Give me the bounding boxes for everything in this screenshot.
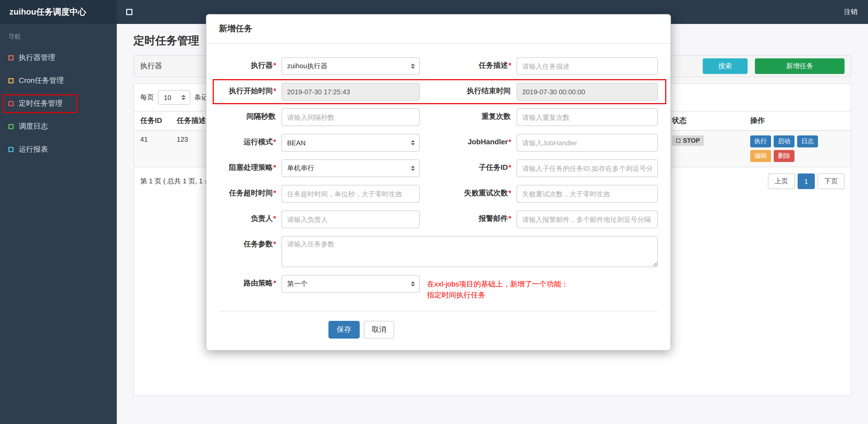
route-strategy-label: 路由策略* (219, 275, 281, 288)
select-caret-icon (181, 93, 186, 102)
nav-section-label: 导航 (0, 24, 117, 46)
delete-button[interactable]: 删除 (774, 150, 795, 162)
glue-type-label: 运行模式* (219, 134, 281, 146)
save-button[interactable]: 保存 (329, 321, 360, 338)
perpage-select[interactable]: 10 (158, 90, 190, 105)
sidebar-item-label: 调度日志 (19, 122, 48, 131)
job-desc-label: 任务描述* (420, 57, 516, 70)
jobhandler-label: JobHandler* (420, 134, 516, 146)
interval-label: 间隔秒数 (219, 108, 281, 121)
modal-footer-divider (219, 311, 658, 312)
alarm-email-input[interactable] (516, 210, 658, 228)
next-page-button[interactable]: 下页 (817, 173, 844, 189)
executor-select-value: zuihou执行器 (287, 62, 328, 71)
square-icon (8, 101, 13, 106)
block-strategy-select-value: 单机串行 (287, 164, 314, 173)
perpage-value: 10 (164, 94, 171, 101)
job-desc-input[interactable] (516, 57, 658, 75)
owner-input[interactable] (281, 210, 420, 228)
square-icon (8, 78, 13, 83)
cell-status: STOP (672, 135, 750, 146)
square-icon (8, 147, 13, 152)
modal-title: 新增任务 (219, 24, 658, 34)
edit-button[interactable]: 编辑 (750, 150, 771, 162)
retry-input[interactable] (516, 185, 658, 203)
modal-note-line2: 指定时间执行任务 (427, 290, 658, 300)
execute-button[interactable]: 执行 (750, 135, 771, 148)
page-1-button[interactable]: 1 (798, 173, 815, 189)
app-title: zuihou任务调度中心 (0, 0, 117, 24)
executor-label: 执行器* (219, 57, 281, 70)
form-row-route: 路由策略* 第一个 在xxl-jobs项目的基础上，新增了一个功能： 指定时间执… (219, 275, 658, 300)
select-caret-icon (411, 62, 415, 71)
modal-footer-buttons: 保存 取消 (219, 321, 658, 338)
sidebar-item-label: 运行报表 (19, 145, 48, 154)
modal-body: 执行器* zuihou执行器 任务描述* 执行开始时间* (207, 44, 671, 350)
square-icon (8, 124, 13, 129)
job-param-label: 任务参数* (219, 236, 281, 249)
app-root: zuihou任务调度中心 注销 导航 执行器管理 Cron任务管理 定时任务管理 (0, 0, 868, 424)
sidebar-item-timed-tasks[interactable]: 定时任务管理 (0, 92, 117, 115)
sidebar-item-label: 定时任务管理 (19, 99, 63, 108)
sidebar-item-cron-tasks[interactable]: Cron任务管理 (0, 69, 117, 92)
child-job-input[interactable] (516, 159, 658, 177)
logout-link[interactable]: 注销 (844, 7, 858, 17)
sidebar-item-schedule-log[interactable]: 调度日志 (0, 115, 117, 138)
form-row: 执行器* zuihou执行器 任务描述* (219, 57, 658, 75)
sidebar-item-run-report[interactable]: 运行报表 (0, 138, 117, 161)
start-time-input[interactable] (281, 83, 420, 101)
square-icon (8, 55, 13, 60)
start-button[interactable]: 启动 (774, 135, 795, 148)
cancel-button[interactable]: 取消 (364, 321, 394, 338)
glue-type-select-value: BEAN (287, 139, 306, 146)
start-time-label: 执行开始时间* (219, 83, 281, 95)
sidebar-item-label: Cron任务管理 (19, 76, 64, 86)
job-param-textarea[interactable] (281, 236, 658, 267)
select-caret-icon (411, 138, 415, 148)
cell-actions: 执行 启动 日志 编辑 删除 (750, 135, 844, 162)
owner-label: 负责人* (219, 210, 281, 223)
executor-filter-label: 执行器 (140, 62, 162, 71)
executor-select[interactable]: zuihou执行器 (281, 57, 420, 75)
modal-header: 新增任务 (207, 14, 671, 44)
form-row: 负责人* 报警邮件* (219, 210, 658, 228)
route-strategy-select[interactable]: 第一个 (281, 275, 420, 293)
sidebar-item-executor-manage[interactable]: 执行器管理 (0, 46, 117, 69)
repeat-label: 重复次数 (420, 108, 516, 121)
modal-note-line1: 在xxl-jobs项目的基础上，新增了一个功能： (427, 279, 658, 290)
end-time-label: 执行结束时间 (420, 83, 516, 95)
alarm-email-label: 报警邮件* (420, 210, 516, 223)
stop-icon (676, 138, 680, 143)
perpage-label: 每页 (140, 93, 154, 102)
form-row: 间隔秒数 重复次数 (219, 108, 658, 126)
header-actions: 操作 (750, 116, 844, 126)
search-button[interactable]: 搜索 (703, 58, 748, 74)
select-caret-icon (411, 279, 415, 289)
glue-type-select[interactable]: BEAN (281, 134, 420, 152)
interval-input[interactable] (281, 108, 420, 126)
form-row-dates: 执行开始时间* 执行结束时间 (219, 83, 658, 101)
timeout-label: 任务超时时间* (219, 185, 281, 197)
sidebar: 导航 执行器管理 Cron任务管理 定时任务管理 调度日志 运行报表 (0, 24, 117, 424)
status-badge: STOP (672, 135, 704, 146)
form-row: 运行模式* BEAN JobHandler* (219, 134, 658, 152)
repeat-input[interactable] (516, 108, 658, 126)
pagination-buttons: 上页 1 下页 (768, 173, 844, 189)
route-strategy-select-value: 第一个 (287, 279, 307, 289)
log-button[interactable]: 日志 (797, 135, 818, 148)
header-task-id: 任务ID (140, 116, 177, 126)
toolbar-actions: 搜索 新增任务 (703, 58, 844, 74)
block-strategy-select[interactable]: 单机串行 (281, 159, 420, 177)
header-status: 状态 (672, 116, 750, 126)
cell-task-id: 41 (140, 135, 177, 143)
sidebar-item-label: 执行器管理 (19, 53, 55, 63)
end-time-input[interactable] (516, 83, 658, 101)
add-task-modal: 新增任务 执行器* zuihou执行器 任务描述* (206, 14, 671, 351)
menu-toggle-icon[interactable] (126, 9, 132, 15)
block-strategy-label: 阻塞处理策略* (219, 159, 281, 172)
timeout-input[interactable] (281, 185, 420, 203)
prev-page-button[interactable]: 上页 (768, 173, 795, 189)
jobhandler-input[interactable] (516, 134, 658, 152)
form-row: 任务超时时间* 失败重试次数* (219, 185, 658, 203)
add-task-button[interactable]: 新增任务 (755, 58, 844, 74)
